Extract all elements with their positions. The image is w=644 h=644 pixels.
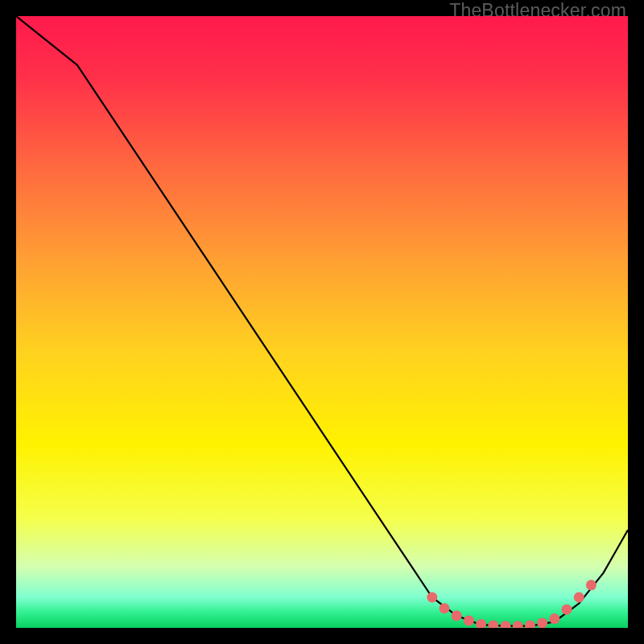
marker-dot — [427, 592, 437, 603]
marker-dot — [562, 605, 572, 615]
marker-dot — [586, 580, 597, 590]
marker-dot — [537, 617, 547, 628]
marker-dot — [574, 592, 584, 603]
marker-dot — [440, 603, 450, 613]
chart-frame: TheBottlenecker.com — [0, 0, 644, 644]
chart-background — [16, 16, 628, 628]
chart-plot-area — [16, 16, 628, 628]
marker-dot — [464, 615, 474, 625]
chart-svg — [16, 16, 628, 628]
marker-dot — [452, 610, 462, 621]
marker-dot — [549, 613, 559, 624]
